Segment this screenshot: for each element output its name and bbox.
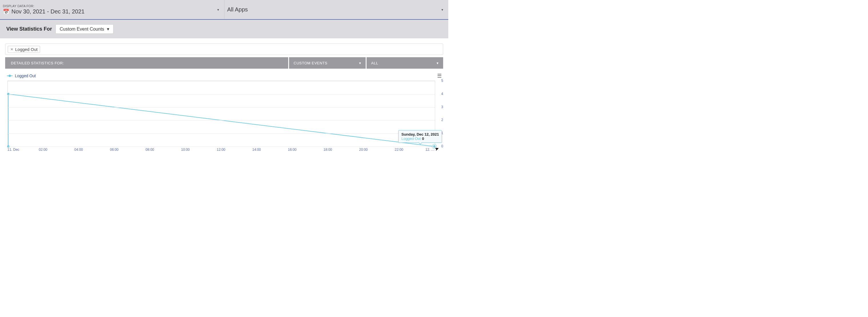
tooltip-title: Sunday, Dec 12, 2021: [401, 132, 439, 137]
statistic-type-select[interactable]: Custom Event Counts ▾: [56, 24, 114, 34]
tooltip-body: Logged Out0: [401, 137, 439, 141]
custom-events-label: CUSTOM EVENTS: [293, 61, 328, 65]
statistic-type-value: Custom Event Counts: [60, 27, 104, 32]
x-tick: 08:00: [146, 148, 154, 152]
close-icon[interactable]: ✕: [10, 47, 13, 52]
x-tick: 20:00: [359, 148, 368, 152]
x-tick: 06:00: [110, 148, 118, 152]
grid-line: [8, 120, 435, 120]
chevron-down-icon: ▾: [437, 61, 439, 65]
event-tag-input[interactable]: ✕ Logged Out: [5, 44, 443, 55]
grid-line: [8, 94, 435, 94]
x-tick: 11. Dec: [7, 148, 19, 152]
chevron-down-icon: ▾: [217, 8, 219, 12]
app-filter-text: All Apps: [227, 6, 248, 13]
legend-row: Logged Out ☰: [5, 73, 443, 81]
chart-container: Logged Out ☰ 012345 11. Dec02:0004:0006:…: [5, 73, 443, 153]
x-tick: 12. …: [426, 148, 435, 152]
detailed-statistics-bar: DETAILED STATISTICS FOR: CUSTOM EVENTS ▾…: [5, 57, 443, 69]
event-tag[interactable]: ✕ Logged Out: [8, 46, 40, 53]
header-bar: DISPLAY DATA FOR: 📅 Nov 30, 2021 - Dec 3…: [0, 0, 448, 20]
plot-outer: 012345: [5, 81, 443, 146]
chart-svg: [8, 81, 435, 146]
x-tick: 14:00: [252, 148, 261, 152]
app-filter-selector[interactable]: All Apps ▾: [224, 0, 448, 19]
custom-events-dropdown[interactable]: CUSTOM EVENTS ▾: [289, 57, 366, 69]
y-tick: 2: [439, 118, 443, 122]
legend-swatch: [7, 76, 12, 76]
display-data-label: DISPLAY DATA FOR:: [3, 4, 220, 8]
x-tick: 16:00: [288, 148, 297, 152]
calendar-icon: 📅: [3, 9, 9, 14]
date-range-text: Nov 30, 2021 - Dec 31, 2021: [11, 8, 85, 15]
x-tick: 22:00: [395, 148, 403, 152]
chevron-down-icon: ▾: [107, 26, 109, 32]
plot-area[interactable]: [7, 81, 435, 146]
chart-tooltip: Sunday, Dec 12, 2021 Logged Out0: [398, 130, 442, 143]
x-axis: 11. Dec02:0004:0006:0008:0010:0012:0014:…: [7, 146, 435, 153]
all-label: ALL: [371, 61, 378, 65]
y-tick: 4: [439, 92, 443, 96]
subheader: View Statistics For Custom Event Counts …: [0, 20, 448, 38]
x-tick: 04:00: [74, 148, 83, 152]
legend-item[interactable]: Logged Out: [7, 74, 36, 78]
y-tick: 0: [439, 144, 443, 148]
chevron-down-icon: ▾: [441, 8, 443, 12]
y-tick: 3: [439, 105, 443, 109]
tooltip-value: 0: [422, 137, 424, 141]
view-statistics-label: View Statistics For: [6, 26, 52, 32]
legend-series-name: Logged Out: [15, 74, 36, 78]
x-tick: 18:00: [323, 148, 332, 152]
event-tag-label: Logged Out: [15, 47, 37, 52]
date-range-selector[interactable]: DISPLAY DATA FOR: 📅 Nov 30, 2021 - Dec 3…: [0, 0, 224, 19]
app-filter-value: All Apps: [227, 6, 444, 13]
content-area: ✕ Logged Out DETAILED STATISTICS FOR: CU…: [0, 38, 448, 162]
grid-line: [8, 107, 435, 108]
x-tick: 12:00: [217, 148, 225, 152]
chart-menu-icon[interactable]: ☰: [437, 73, 441, 79]
x-tick: 02:00: [39, 148, 47, 152]
grid-line: [8, 81, 435, 81]
tooltip-series: Logged Out: [401, 137, 421, 141]
chevron-down-icon: ▾: [359, 61, 361, 65]
detailed-statistics-label: DETAILED STATISTICS FOR:: [5, 57, 288, 69]
date-range-value: 📅 Nov 30, 2021 - Dec 31, 2021: [3, 8, 220, 15]
x-tick: 10:00: [181, 148, 190, 152]
y-tick: 5: [439, 79, 443, 83]
all-dropdown[interactable]: ALL ▾: [367, 57, 443, 69]
grid-line: [8, 133, 435, 134]
